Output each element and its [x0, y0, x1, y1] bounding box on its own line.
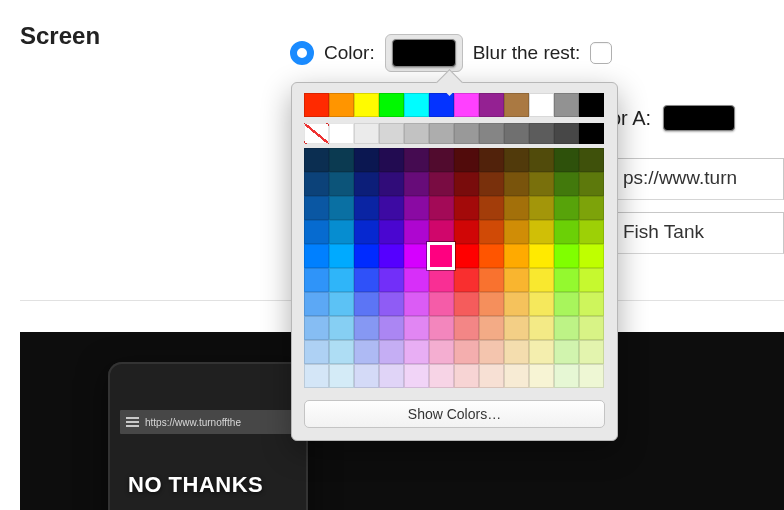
grid-color[interactable]: [529, 292, 554, 316]
gray-swatch[interactable]: [479, 123, 504, 144]
preset-color[interactable]: [454, 93, 479, 117]
grid-color[interactable]: [354, 244, 379, 268]
grid-color[interactable]: [404, 316, 429, 340]
grid-color[interactable]: [354, 196, 379, 220]
grid-color[interactable]: [429, 340, 454, 364]
grid-color[interactable]: [404, 172, 429, 196]
grid-color[interactable]: [304, 148, 329, 172]
grid-color[interactable]: [404, 340, 429, 364]
grid-color[interactable]: [579, 268, 604, 292]
title-field[interactable]: Fish Tank: [612, 212, 784, 254]
grid-color[interactable]: [479, 316, 504, 340]
grid-color[interactable]: [454, 340, 479, 364]
grid-color[interactable]: [429, 196, 454, 220]
grid-color[interactable]: [429, 148, 454, 172]
grid-color[interactable]: [429, 364, 454, 388]
gray-swatch[interactable]: [504, 123, 529, 144]
grid-color[interactable]: [329, 220, 354, 244]
grid-color[interactable]: [554, 292, 579, 316]
grid-color[interactable]: [579, 196, 604, 220]
show-colors-button[interactable]: Show Colors…: [304, 400, 605, 428]
preset-color[interactable]: [404, 93, 429, 117]
grid-color[interactable]: [529, 172, 554, 196]
preset-color[interactable]: [579, 93, 604, 117]
grid-color[interactable]: [504, 316, 529, 340]
grid-color[interactable]: [404, 244, 429, 268]
grid-color[interactable]: [554, 340, 579, 364]
grid-color[interactable]: [304, 244, 329, 268]
grid-color[interactable]: [579, 316, 604, 340]
grid-color[interactable]: [354, 172, 379, 196]
gray-swatch[interactable]: [429, 123, 454, 144]
blur-checkbox[interactable]: [590, 42, 612, 64]
grid-color[interactable]: [379, 220, 404, 244]
grid-color[interactable]: [579, 220, 604, 244]
grid-color[interactable]: [429, 292, 454, 316]
grid-color[interactable]: [454, 196, 479, 220]
preset-color[interactable]: [504, 93, 529, 117]
grid-color[interactable]: [329, 340, 354, 364]
gray-swatch[interactable]: [579, 123, 604, 144]
grid-color[interactable]: [554, 220, 579, 244]
grid-color[interactable]: [554, 316, 579, 340]
grid-color[interactable]: [429, 244, 454, 268]
grid-color[interactable]: [404, 148, 429, 172]
grid-color[interactable]: [379, 316, 404, 340]
grid-color[interactable]: [504, 196, 529, 220]
grid-color[interactable]: [429, 220, 454, 244]
grid-color[interactable]: [504, 220, 529, 244]
preset-color[interactable]: [479, 93, 504, 117]
gray-swatch[interactable]: [329, 123, 354, 144]
grid-color[interactable]: [479, 292, 504, 316]
grid-color[interactable]: [354, 340, 379, 364]
grid-color[interactable]: [304, 316, 329, 340]
preset-color[interactable]: [354, 93, 379, 117]
grid-color[interactable]: [454, 316, 479, 340]
grid-color[interactable]: [479, 196, 504, 220]
grid-color[interactable]: [354, 148, 379, 172]
grid-color[interactable]: [354, 364, 379, 388]
grid-color[interactable]: [479, 340, 504, 364]
grid-color[interactable]: [504, 292, 529, 316]
grid-color[interactable]: [554, 244, 579, 268]
grid-color[interactable]: [529, 268, 554, 292]
grid-color[interactable]: [404, 268, 429, 292]
preset-color[interactable]: [554, 93, 579, 117]
grid-color[interactable]: [454, 364, 479, 388]
url-field[interactable]: ps://www.turn: [612, 158, 784, 200]
grid-color[interactable]: [454, 292, 479, 316]
grid-color[interactable]: [304, 172, 329, 196]
grid-color[interactable]: [379, 364, 404, 388]
grid-color[interactable]: [479, 148, 504, 172]
grid-color[interactable]: [479, 268, 504, 292]
grid-color[interactable]: [379, 172, 404, 196]
grid-color[interactable]: [404, 292, 429, 316]
grid-color[interactable]: [429, 316, 454, 340]
grid-color[interactable]: [504, 364, 529, 388]
grid-color[interactable]: [329, 196, 354, 220]
grid-color[interactable]: [429, 268, 454, 292]
grid-color[interactable]: [329, 292, 354, 316]
grid-color[interactable]: [504, 244, 529, 268]
preset-color[interactable]: [379, 93, 404, 117]
grid-color[interactable]: [454, 172, 479, 196]
grid-color[interactable]: [379, 268, 404, 292]
grid-color[interactable]: [379, 196, 404, 220]
gray-swatch[interactable]: [529, 123, 554, 144]
grid-color[interactable]: [329, 172, 354, 196]
grid-color[interactable]: [529, 148, 554, 172]
grid-color[interactable]: [404, 220, 429, 244]
grid-color[interactable]: [529, 196, 554, 220]
grid-color[interactable]: [504, 148, 529, 172]
gray-swatch[interactable]: [404, 123, 429, 144]
grid-color[interactable]: [529, 364, 554, 388]
no-color-swatch[interactable]: [304, 123, 329, 144]
grid-color[interactable]: [479, 244, 504, 268]
preset-color[interactable]: [429, 93, 454, 117]
gray-swatch[interactable]: [554, 123, 579, 144]
grid-color[interactable]: [554, 268, 579, 292]
grid-color[interactable]: [304, 268, 329, 292]
grid-color[interactable]: [379, 244, 404, 268]
grid-color[interactable]: [554, 172, 579, 196]
grid-color[interactable]: [304, 364, 329, 388]
